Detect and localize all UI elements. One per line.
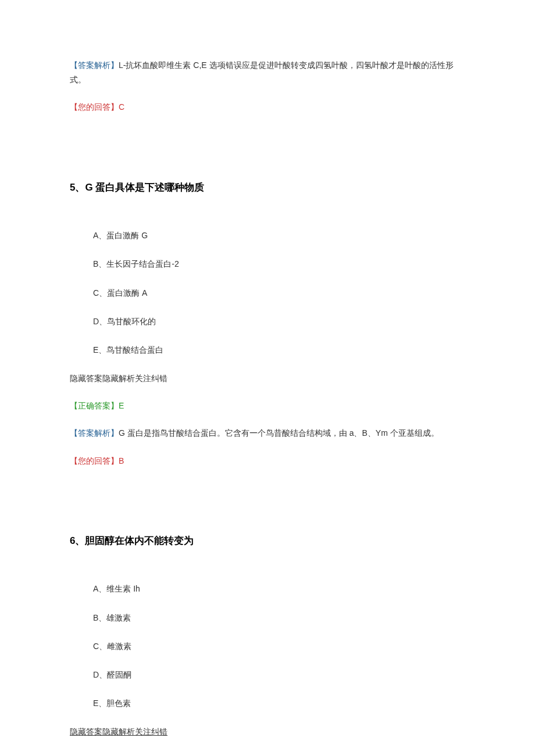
q5-option-c[interactable]: C、蛋白激酶 A — [93, 286, 465, 300]
q5-title: 5、G 蛋白具体是下述哪种物质 — [70, 179, 465, 197]
q6-option-a[interactable]: A、维生素 Ih — [93, 582, 465, 596]
q6-options: A、维生素 Ih B、雄激素 C、雌激素 D、醛固酮 E、胆色素 — [70, 582, 465, 711]
answer-analysis-text: G 蛋白是指鸟甘酸结合蛋白。它含有一个鸟昔酸结合结构域，由 a、B、Ym 个亚基… — [119, 428, 439, 438]
q6-option-d[interactable]: D、醛固酮 — [93, 668, 465, 682]
q5-correct: 【正确答案】E — [70, 399, 465, 413]
your-answer-label: 【您的回答】 — [70, 456, 119, 465]
q6-block: 6、胆固醇在体内不能转变为 A、维生素 Ih B、雄激素 C、雌激素 D、醛固酮… — [70, 532, 465, 740]
q6-option-b[interactable]: B、雄激素 — [93, 611, 465, 625]
q4-tail: 【答案解析】L-抗坏血酸即维生素 C,E 选项错误应是促进叶酸转变成四氢叶酸，四… — [70, 58, 465, 115]
q5-actions[interactable]: 隐藏答案隐藏解析关注纠错 — [70, 371, 465, 386]
q5-option-e[interactable]: E、鸟甘酸结合蛋白 — [93, 343, 465, 357]
q4-analysis: 【答案解析】L-抗坏血酸即维生素 C,E 选项错误应是促进叶酸转变成四氢叶酸，四… — [70, 58, 465, 87]
your-answer-label: 【您的回答】 — [70, 102, 119, 112]
q5-option-d[interactable]: D、鸟甘酸环化的 — [93, 314, 465, 329]
your-answer-value: B — [119, 456, 124, 465]
answer-analysis-text: L-抗坏血酸即维生素 C,E 选项错误应是促进叶酸转变成四氢叶酸，四氢叶酸才是叶… — [70, 60, 454, 84]
q6-title: 6、胆固醇在体内不能转变为 — [70, 532, 465, 550]
q5-option-b[interactable]: B、生长因子结合蛋白-2 — [93, 257, 465, 271]
q5-title-text: G 蛋白具体是下述哪种物质 — [85, 182, 204, 193]
q4-your-answer: 【您的回答】C — [70, 100, 465, 114]
q5-number: 5、 — [70, 182, 85, 193]
answer-analysis-label: 【答案解析】 — [70, 60, 119, 70]
answer-analysis-label: 【答案解析】 — [70, 428, 119, 438]
q5-your-answer: 【您的回答】B — [70, 454, 465, 468]
q6-option-e[interactable]: E、胆色素 — [93, 696, 465, 711]
q6-number: 6、 — [70, 535, 85, 546]
correct-answer-label: 【正确答案】 — [70, 401, 119, 410]
correct-answer-value: E — [119, 401, 124, 410]
q6-title-text: 胆固醇在体内不能转变为 — [85, 535, 194, 546]
q5-analysis: 【答案解析】G 蛋白是指鸟甘酸结合蛋白。它含有一个鸟昔酸结合结构域，由 a、B、… — [70, 426, 465, 440]
q5-options: A、蛋白激酶 G B、生长因子结合蛋白-2 C、蛋白激酶 A D、鸟甘酸环化的 … — [70, 228, 465, 357]
your-answer-value: C — [119, 102, 124, 112]
q5-block: 5、G 蛋白具体是下述哪种物质 A、蛋白激酶 G B、生长因子结合蛋白-2 C、… — [70, 179, 465, 468]
q6-option-c[interactable]: C、雌激素 — [93, 639, 465, 654]
q6-actions[interactable]: 隐藏答案隐藏解析关注纠错 — [70, 725, 465, 739]
q5-option-a[interactable]: A、蛋白激酶 G — [93, 228, 465, 243]
